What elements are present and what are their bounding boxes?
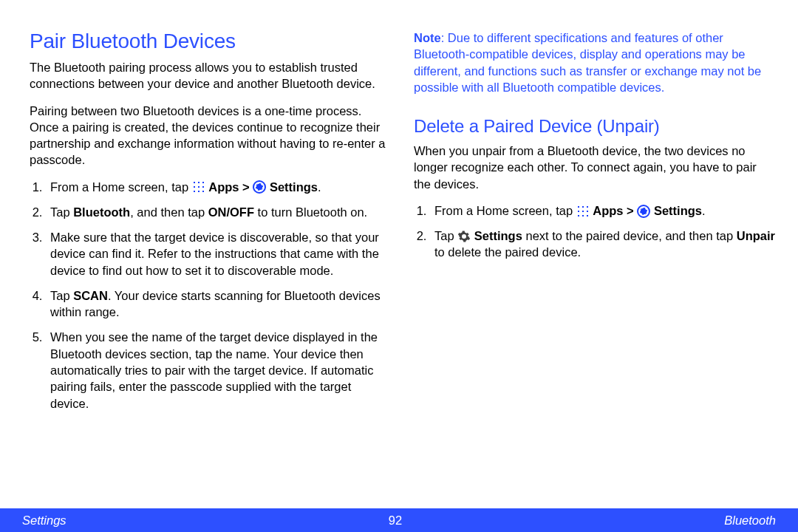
step-text: Tap: [50, 205, 73, 219]
unpair-heading: Delete a Paired Device (Unpair): [414, 116, 776, 137]
footer-page-number: 92: [389, 514, 402, 528]
settings-target-icon: [637, 205, 650, 218]
step-text: From a Home screen, tap: [434, 204, 576, 217]
settings-label: Settings: [474, 229, 522, 242]
pair-step-3: Make sure that the target device is disc…: [46, 229, 392, 279]
scan-label: SCAN: [73, 289, 108, 302]
note-body: : Due to different specifications and fe…: [414, 31, 761, 94]
step-end: .: [702, 204, 706, 217]
step-text: Tap: [50, 289, 73, 302]
onoff-label: ON/OFF: [208, 205, 254, 219]
step-end: .: [318, 180, 321, 194]
note-label: Note: [414, 31, 441, 44]
unpair-label: Unpair: [737, 229, 775, 242]
pair-step-1: From a Home screen, tap Apps > Settings.: [46, 179, 392, 195]
pair-steps-list: From a Home screen, tap Apps > Settings.…: [30, 179, 392, 412]
gear-icon: [457, 230, 471, 243]
pair-step-4: Tap SCAN. Your device starts scanning fo…: [46, 287, 392, 321]
right-column: Note: Due to different specifications an…: [414, 30, 776, 502]
left-column: Pair Bluetooth Devices The Bluetooth pai…: [30, 30, 392, 502]
intro-paragraph-2: Pairing between two Bluetooth devices is…: [30, 103, 392, 168]
apps-grid-icon: [192, 180, 205, 194]
page-footer: Settings 92 Bluetooth: [0, 508, 798, 532]
gt-text: >: [239, 180, 253, 194]
unpair-steps-list: From a Home screen, tap Apps > Settings.…: [414, 202, 776, 261]
bluetooth-label: Bluetooth: [73, 205, 130, 219]
apps-grid-icon: [576, 205, 590, 218]
pair-step-2: Tap Bluetooth, and then tap ON/OFF to tu…: [46, 204, 392, 220]
settings-label: Settings: [654, 204, 702, 217]
apps-label: Apps: [208, 180, 239, 194]
page-content: Pair Bluetooth Devices The Bluetooth pai…: [0, 0, 798, 502]
apps-label: Apps: [593, 204, 623, 217]
unpair-step-1: From a Home screen, tap Apps > Settings.: [430, 202, 776, 219]
intro-paragraph-1: The Bluetooth pairing process allows you…: [30, 59, 392, 92]
step-text: Tap: [434, 229, 457, 242]
footer-right: Bluetooth: [724, 514, 776, 528]
step-text: to delete the paired device.: [434, 245, 581, 259]
settings-target-icon: [253, 180, 266, 194]
unpair-step-2: Tap Settings next to the paired device, …: [430, 228, 776, 261]
pair-step-5: When you see the name of the target devi…: [46, 329, 392, 411]
step-text: to turn Bluetooth on.: [254, 205, 367, 219]
footer-left: Settings: [22, 514, 66, 528]
gt-text: >: [624, 204, 638, 217]
step-text: , and then tap: [130, 205, 208, 219]
step-text: From a Home screen, tap: [50, 180, 192, 194]
unpair-intro: When you unpair from a Bluetooth device,…: [414, 143, 776, 192]
note-paragraph: Note: Due to different specifications an…: [414, 30, 776, 95]
settings-label: Settings: [270, 180, 318, 194]
step-text: next to the paired device, and then tap: [522, 229, 737, 242]
pair-heading: Pair Bluetooth Devices: [30, 30, 392, 53]
